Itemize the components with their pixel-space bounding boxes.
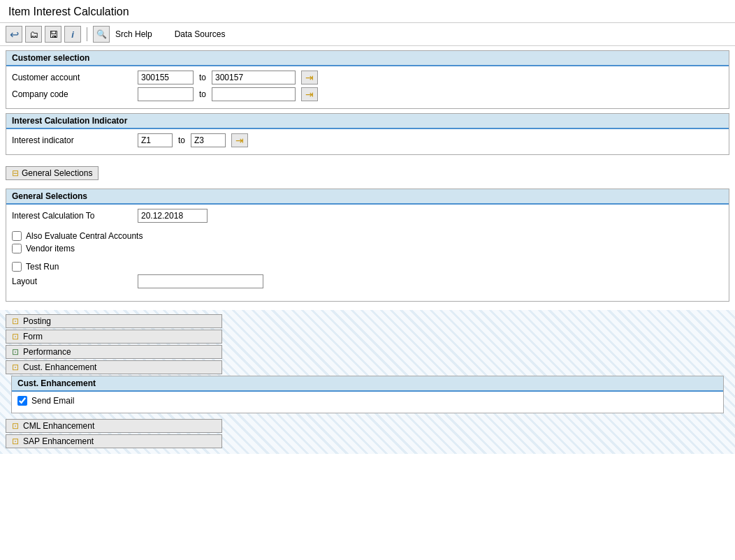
company-code-label: Company code: [12, 89, 138, 99]
general-selections-expand-btn[interactable]: ⊟ General Selections: [6, 166, 99, 180]
copy-button[interactable]: 🗂: [25, 26, 42, 43]
interest-calc-indicator-section: Interest Calculation Indicator Interest …: [6, 113, 729, 155]
customer-account-from-input[interactable]: [138, 71, 194, 84]
performance-button[interactable]: ⊡ Performance: [6, 345, 222, 359]
performance-btn-icon: ⊡: [12, 347, 19, 357]
select-arrow-icon-3: ⇥: [235, 135, 244, 146]
form-btn-label: Form: [23, 332, 43, 341]
srch-help-link[interactable]: Srch Help: [112, 28, 155, 40]
also-evaluate-label: Also Evaluate Central Accounts: [26, 231, 143, 241]
company-code-to-label: to: [199, 89, 206, 99]
send-email-label: Send Email: [31, 396, 74, 406]
general-selections-section: General Selections Interest Calculation …: [6, 189, 729, 302]
customer-selection-body: Customer account to ⇥ Company code to ⇥: [6, 66, 729, 108]
posting-btn-wrapper: ⊡ Posting: [6, 314, 729, 328]
test-run-row: Test Run: [12, 262, 723, 272]
interest-indicator-to-label: to: [178, 135, 185, 145]
cml-enhancement-button[interactable]: ⊡ CML Enhancement: [6, 419, 222, 433]
cml-enhancement-btn-label: CML Enhancement: [23, 421, 94, 431]
interest-calc-to-row: Interest Calculation To: [12, 209, 723, 223]
interest-indicator-to-input[interactable]: [191, 133, 226, 147]
toolbar-separator: [87, 27, 87, 41]
info-button[interactable]: i: [64, 26, 81, 43]
posting-btn-icon: ⊡: [12, 316, 19, 326]
page-title: Item Interest Calculation: [8, 6, 727, 18]
customer-account-label: Customer account: [12, 73, 138, 82]
interest-indicator-label: Interest indicator: [12, 135, 138, 145]
cust-enhancement-btn-icon: ⊡: [12, 362, 19, 372]
vendor-items-row: Vendor items: [12, 244, 723, 253]
customer-selection-header: Customer selection: [6, 51, 729, 66]
customer-account-to-label: to: [199, 73, 206, 82]
vendor-items-label: Vendor items: [26, 244, 75, 253]
sap-enhancement-btn-wrapper: ⊡ SAP Enhancement: [6, 434, 729, 448]
send-email-checkbox[interactable]: [17, 396, 27, 406]
interest-calc-indicator-header: Interest Calculation Indicator: [6, 114, 729, 129]
cust-enhancement-section: Cust. Enhancement Send Email: [11, 376, 724, 413]
interest-indicator-row: Interest indicator to ⇥: [12, 133, 723, 147]
cust-enhancement-button[interactable]: ⊡ Cust. Enhancement: [6, 360, 222, 374]
interest-calc-indicator-body: Interest indicator to ⇥: [6, 129, 729, 154]
cust-enhancement-header: Cust. Enhancement: [12, 376, 723, 392]
toolbar: ↩ 🗂 🖫 i 🔍 Srch Help Data Sources: [0, 23, 735, 46]
performance-btn-label: Performance: [23, 347, 71, 357]
sap-enhancement-button[interactable]: ⊡ SAP Enhancement: [6, 434, 222, 448]
interest-indicator-from-input[interactable]: [138, 133, 173, 147]
layout-row: Layout: [12, 274, 723, 288]
spacer1: [0, 159, 735, 162]
customer-account-select-btn[interactable]: ⇥: [301, 71, 318, 84]
general-selections-header: General Selections: [6, 189, 729, 205]
interest-calc-to-input[interactable]: [138, 209, 208, 223]
test-run-label: Test Run: [26, 262, 59, 272]
layout-input[interactable]: [138, 274, 263, 288]
main-content: Customer selection Customer account to ⇥…: [0, 50, 735, 454]
spacer4: [12, 291, 723, 297]
company-code-row: Company code to ⇥: [12, 87, 723, 101]
vendor-items-checkbox[interactable]: [12, 244, 22, 253]
select-arrow-icon: ⇥: [305, 72, 314, 83]
posting-button[interactable]: ⊡ Posting: [6, 314, 222, 328]
back-button[interactable]: ↩: [6, 26, 22, 43]
form-btn-wrapper: ⊡ Form: [6, 330, 729, 344]
test-run-checkbox[interactable]: [12, 262, 22, 272]
layout-label: Layout: [12, 277, 138, 286]
customer-account-row: Customer account to ⇥: [12, 71, 723, 84]
cml-enhancement-btn-icon: ⊡: [12, 421, 19, 431]
general-selections-body: Interest Calculation To Also Evaluate Ce…: [6, 205, 729, 301]
cml-enhancement-btn-wrapper: ⊡ CML Enhancement: [6, 419, 729, 433]
form-button[interactable]: ⊡ Form: [6, 330, 222, 344]
form-btn-icon: ⊡: [12, 332, 19, 341]
spacer6: [6, 413, 729, 419]
spacer3: [12, 256, 723, 262]
cust-enhancement-btn-label: Cust. Enhancement: [23, 362, 96, 372]
expand-btn-icon: ⊟: [12, 168, 19, 178]
save-button[interactable]: 🖫: [45, 26, 61, 43]
data-sources-link[interactable]: Data Sources: [172, 28, 228, 40]
select-arrow-icon-2: ⇥: [305, 89, 314, 100]
general-selections-btn-label: General Selections: [22, 168, 92, 178]
sap-enhancement-btn-label: SAP Enhancement: [23, 436, 94, 446]
interest-calc-to-label: Interest Calculation To: [12, 211, 138, 221]
send-email-row: Send Email: [17, 396, 718, 406]
also-evaluate-row: Also Evaluate Central Accounts: [12, 231, 723, 241]
posting-btn-label: Posting: [23, 316, 51, 326]
customer-selection-section: Customer selection Customer account to ⇥…: [6, 50, 729, 109]
cust-enhancement-body: Send Email: [12, 392, 723, 413]
sap-enhancement-btn-icon: ⊡: [12, 436, 19, 446]
srch-help-icon-btn[interactable]: 🔍: [93, 26, 110, 43]
customer-account-to-input[interactable]: [212, 71, 296, 84]
company-code-select-btn[interactable]: ⇥: [301, 87, 318, 101]
interest-indicator-select-btn[interactable]: ⇥: [231, 133, 248, 147]
spacer2: [12, 226, 723, 231]
company-code-from-input[interactable]: [138, 87, 194, 101]
performance-btn-wrapper: ⊡ Performance: [6, 345, 729, 359]
company-code-to-input[interactable]: [212, 87, 296, 101]
also-evaluate-checkbox[interactable]: [12, 231, 22, 241]
cust-enhancement-btn-wrapper: ⊡ Cust. Enhancement: [6, 360, 729, 374]
section-buttons-area: ⊡ Posting ⊡ Form ⊡ Performance: [0, 310, 735, 454]
